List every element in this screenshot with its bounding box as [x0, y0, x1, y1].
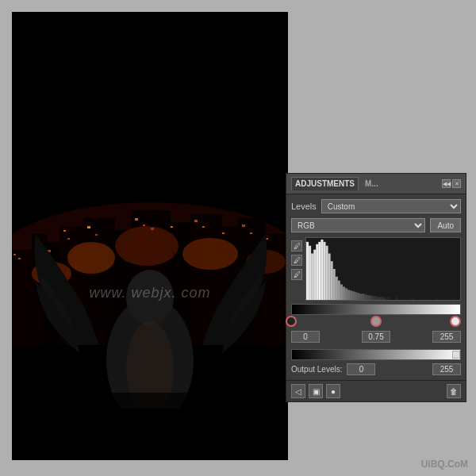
- svg-rect-70: [374, 296, 377, 300]
- svg-rect-30: [250, 232, 252, 234]
- panel-body: Levels Custom RGB Red Green Blue Auto 🖊 …: [286, 194, 466, 380]
- svg-point-33: [67, 242, 115, 274]
- output-white-thumb[interactable]: [452, 351, 460, 359]
- toolbar-visibility-btn[interactable]: ●: [326, 384, 340, 398]
- svg-rect-65: [362, 294, 364, 300]
- tab-adjustments[interactable]: ADJUSTMENTS: [291, 177, 359, 190]
- toolbar-view-btn[interactable]: ▣: [309, 384, 323, 398]
- svg-rect-49: [323, 242, 325, 300]
- svg-rect-60: [350, 290, 352, 300]
- output-max-input[interactable]: 255: [432, 363, 461, 375]
- adjustments-panel: ADJUSTMENTS M... Collapse to Icons ◀◀ ✕ …: [286, 173, 466, 402]
- eyedropper-gray[interactable]: 🖊: [291, 255, 302, 266]
- city-lights-svg: [12, 12, 288, 460]
- white-value-input[interactable]: 255: [432, 331, 461, 343]
- levels-label: Levels: [291, 202, 317, 211]
- eyedropper-white[interactable]: 🖊: [291, 269, 302, 280]
- channel-dropdown[interactable]: RGB Red Green Blue: [291, 218, 425, 232]
- svg-rect-67: [367, 295, 370, 300]
- channel-row: RGB Red Green Blue Auto: [291, 218, 461, 232]
- credits-text: UiBQ.CoM: [421, 459, 468, 470]
- toolbar-delete-btn[interactable]: 🗑: [447, 384, 461, 398]
- svg-rect-22: [135, 218, 138, 221]
- levels-row: Levels Custom: [291, 199, 461, 213]
- svg-rect-77: [412, 298, 414, 300]
- svg-rect-79: [452, 298, 455, 300]
- svg-rect-47: [318, 242, 321, 300]
- preset-dropdown[interactable]: Custom: [321, 199, 461, 213]
- svg-rect-45: [313, 250, 316, 300]
- panel-header: ADJUSTMENTS M... Collapse to Icons ◀◀ ✕: [286, 174, 466, 194]
- svg-rect-42: [306, 242, 309, 300]
- main-canvas: www. webjx. com: [12, 12, 288, 460]
- svg-rect-21: [95, 234, 98, 236]
- svg-rect-15: [18, 258, 21, 259]
- svg-rect-64: [359, 294, 362, 300]
- svg-rect-59: [347, 290, 350, 300]
- svg-rect-74: [384, 298, 386, 300]
- svg-rect-51: [328, 254, 331, 301]
- black-point-slider[interactable]: [286, 316, 297, 327]
- svg-rect-55: [338, 281, 340, 300]
- mid-value-input[interactable]: 0.75: [362, 331, 390, 343]
- black-value-input[interactable]: 0: [291, 331, 320, 343]
- svg-rect-52: [331, 261, 333, 300]
- svg-rect-27: [202, 226, 205, 228]
- svg-rect-75: [387, 298, 390, 300]
- sliders-row: [291, 315, 461, 328]
- svg-rect-58: [345, 288, 347, 300]
- svg-rect-44: [311, 254, 313, 301]
- svg-rect-72: [379, 297, 382, 300]
- svg-point-34: [115, 226, 178, 266]
- svg-rect-61: [352, 291, 355, 300]
- svg-point-35: [182, 238, 238, 270]
- eyedropper-tools: 🖊 🖊 🖊: [291, 237, 302, 304]
- svg-rect-50: [326, 246, 328, 300]
- histogram-section: 🖊 🖊 🖊: [291, 237, 461, 304]
- svg-rect-28: [222, 232, 225, 234]
- svg-rect-78: [436, 298, 438, 300]
- svg-rect-18: [63, 230, 66, 232]
- tab-masks[interactable]: M...: [362, 178, 382, 190]
- svg-rect-20: [87, 226, 90, 228]
- svg-rect-26: [194, 220, 198, 222]
- output-min-input[interactable]: 0: [347, 363, 375, 375]
- panel-toolbar: ◁ ▣ ● 🗑: [286, 380, 466, 401]
- svg-rect-66: [365, 294, 367, 300]
- input-values-row: 0 0.75 255: [291, 331, 461, 343]
- svg-rect-62: [355, 292, 357, 300]
- svg-rect-29: [242, 225, 245, 227]
- svg-rect-23: [143, 225, 145, 226]
- svg-rect-76: [395, 298, 397, 300]
- panel-arrows-btn[interactable]: ◀◀: [442, 179, 451, 188]
- svg-rect-71: [377, 297, 379, 300]
- toolbar-back-btn[interactable]: ◁: [291, 384, 305, 398]
- panel-close-btn[interactable]: ✕: [452, 179, 461, 188]
- midpoint-slider[interactable]: [370, 316, 382, 327]
- svg-rect-43: [309, 246, 311, 300]
- input-gradient-bar: [291, 304, 461, 315]
- auto-button[interactable]: Auto: [430, 218, 461, 232]
- histogram: [305, 237, 461, 301]
- input-levels-section: [291, 304, 461, 328]
- svg-rect-68: [370, 295, 372, 300]
- svg-rect-19: [67, 238, 70, 240]
- output-label: Output Levels:: [291, 365, 342, 374]
- white-point-slider[interactable]: [450, 316, 461, 327]
- svg-rect-53: [333, 269, 336, 300]
- svg-rect-14: [13, 254, 16, 255]
- svg-rect-57: [343, 286, 345, 300]
- svg-rect-48: [321, 240, 323, 300]
- output-gradient-bar: [291, 349, 461, 360]
- svg-rect-25: [171, 226, 173, 228]
- svg-rect-63: [357, 293, 359, 300]
- output-row: Output Levels: 0 255: [291, 363, 461, 375]
- output-section: Output Levels: 0 255: [291, 349, 461, 375]
- svg-rect-69: [372, 296, 374, 300]
- svg-point-38: [126, 270, 174, 325]
- svg-rect-41: [12, 393, 288, 416]
- svg-rect-46: [316, 244, 318, 300]
- panel-close-area: Collapse to Icons ◀◀ ✕: [442, 179, 461, 188]
- svg-rect-73: [382, 297, 384, 300]
- eyedropper-black[interactable]: 🖊: [291, 240, 302, 251]
